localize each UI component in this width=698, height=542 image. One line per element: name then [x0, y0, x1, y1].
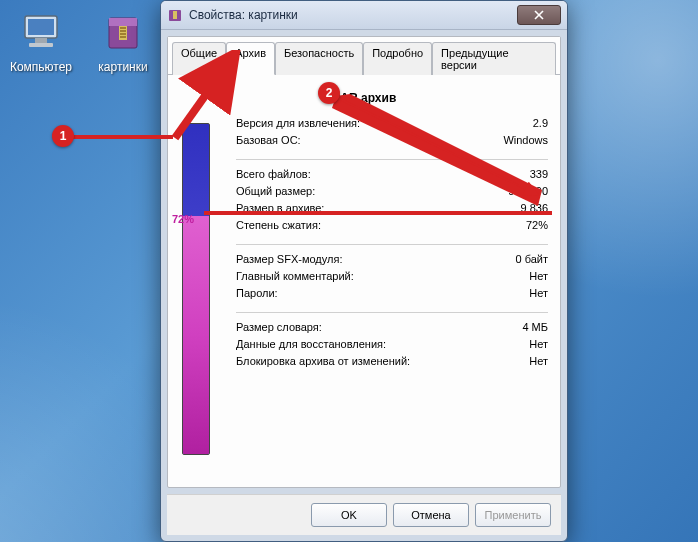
tab-security[interactable]: Безопасность — [275, 42, 363, 75]
tab-general[interactable]: Общие — [172, 42, 226, 75]
svg-rect-10 — [120, 36, 126, 38]
prop-total-size-label: Общий размер: — [236, 183, 508, 200]
prop-dict-label: Размер словаря: — [236, 319, 522, 336]
annotation-badge-1: 1 — [52, 125, 74, 147]
tab-strip: Общие Архив Безопасность Подробно Предыд… — [168, 37, 560, 75]
close-icon — [534, 10, 544, 20]
prop-recovery-label: Данные для восстановления: — [236, 336, 529, 353]
prop-sfx-value: 0 байт — [515, 251, 548, 268]
svg-rect-9 — [120, 33, 126, 35]
prop-comment-value: Нет — [529, 268, 548, 285]
ok-button[interactable]: OK — [311, 503, 387, 527]
prop-total-files-label: Всего файлов: — [236, 166, 530, 183]
prop-ratio-label: Степень сжатия: — [236, 217, 526, 234]
prop-lock-value: Нет — [529, 353, 548, 370]
compression-bar — [182, 123, 210, 455]
svg-rect-8 — [120, 30, 126, 32]
prop-sfx-label: Размер SFX-модуля: — [236, 251, 515, 268]
apply-button[interactable]: Применить — [475, 503, 551, 527]
svg-rect-1 — [28, 19, 54, 35]
prop-os-label: Базовая ОС: — [236, 132, 503, 149]
svg-rect-3 — [29, 43, 53, 47]
archive-icon — [99, 8, 147, 56]
dialog-title: Свойства: картинки — [189, 8, 517, 22]
prop-passwords-value: Нет — [529, 285, 548, 302]
desktop-icon-label: картинки — [86, 60, 160, 74]
computer-icon — [17, 8, 65, 56]
dialog-button-row: OK Отмена Применить — [167, 494, 561, 535]
prop-ratio-value: 72% — [526, 217, 548, 234]
archive-type-heading: RAR архив — [180, 91, 548, 105]
prop-comment-label: Главный комментарий: — [236, 268, 529, 285]
prop-total-size-value: 914 490 — [508, 183, 548, 200]
prop-dict-value: 4 МБ — [522, 319, 548, 336]
desktop-icon-label: Компьютер — [4, 60, 78, 74]
svg-rect-7 — [120, 27, 126, 29]
svg-rect-12 — [173, 11, 177, 19]
properties-dialog: Свойства: картинки Общие Архив Безопасно… — [160, 0, 568, 542]
desktop-icon-computer[interactable]: Компьютер — [4, 8, 78, 74]
close-button[interactable] — [517, 5, 561, 25]
cancel-button[interactable]: Отмена — [393, 503, 469, 527]
tab-details[interactable]: Подробно — [363, 42, 432, 75]
tab-archive[interactable]: Архив — [226, 42, 275, 75]
tab-content-archive: RAR архив 72% Версия для извлечения: 2.9… — [168, 75, 560, 487]
compression-bar-label: 72% — [172, 213, 194, 225]
svg-rect-5 — [109, 18, 137, 26]
prop-os-value: Windows — [503, 132, 548, 149]
compression-bar-fill — [183, 216, 209, 454]
prop-recovery-value: Нет — [529, 336, 548, 353]
archive-title-icon — [167, 7, 183, 23]
desktop-icon-archive[interactable]: картинки — [86, 8, 160, 74]
prop-archive-size-value: 9 836 — [520, 200, 548, 217]
prop-passwords-label: Пароли: — [236, 285, 529, 302]
prop-archive-size-label: Размер в архиве: — [236, 200, 520, 217]
annotation-line-1 — [63, 135, 173, 139]
prop-lock-label: Блокировка архива от изменений: — [236, 353, 529, 370]
tab-previous-versions[interactable]: Предыдущие версии — [432, 42, 556, 75]
svg-rect-2 — [35, 38, 47, 43]
prop-version-value: 2.9 — [533, 115, 548, 132]
titlebar[interactable]: Свойства: картинки — [161, 1, 567, 30]
prop-version-label: Версия для извлечения: — [236, 115, 533, 132]
prop-total-files-value: 339 — [530, 166, 548, 183]
